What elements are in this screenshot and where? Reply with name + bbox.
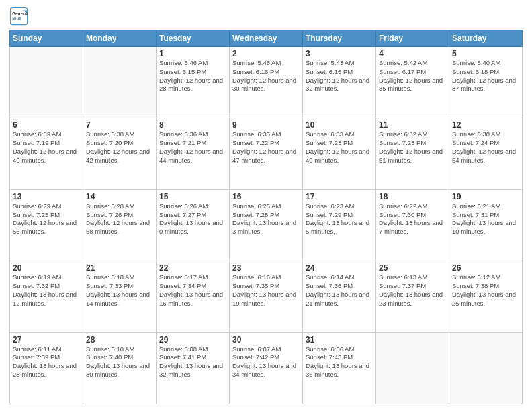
day-number: 13	[13, 192, 80, 201]
calendar-cell: 10Sunrise: 6:33 AMSunset: 7:23 PMDayligh…	[303, 118, 376, 189]
calendar-cell: 1Sunrise: 5:46 AMSunset: 6:15 PMDaylight…	[157, 47, 230, 118]
day-info: Sunrise: 6:23 AMSunset: 7:29 PMDaylight:…	[306, 202, 373, 236]
day-number: 3	[306, 49, 373, 58]
day-info: Sunrise: 6:18 AMSunset: 7:33 PMDaylight:…	[86, 273, 153, 308]
day-number: 11	[379, 120, 446, 130]
day-info: Sunrise: 6:30 AMSunset: 7:24 PMDaylight:…	[452, 130, 519, 165]
day-info: Sunrise: 6:19 AMSunset: 7:32 PMDaylight:…	[13, 273, 80, 308]
day-number: 15	[159, 192, 226, 201]
calendar-cell: 15Sunrise: 6:26 AMSunset: 7:27 PMDayligh…	[157, 189, 230, 261]
calendar-cell: 30Sunrise: 6:07 AMSunset: 7:42 PMDayligh…	[230, 332, 303, 404]
day-number: 21	[86, 263, 153, 273]
day-number: 27	[13, 335, 80, 345]
day-info: Sunrise: 5:40 AMSunset: 6:18 PMDaylight:…	[452, 59, 519, 93]
day-number: 12	[452, 120, 519, 130]
day-number: 30	[232, 335, 300, 345]
calendar-week-5: 27Sunrise: 6:11 AMSunset: 7:39 PMDayligh…	[10, 332, 523, 404]
day-info: Sunrise: 5:46 AMSunset: 6:15 PMDaylight:…	[159, 59, 226, 93]
day-info: Sunrise: 5:43 AMSunset: 6:16 PMDaylight:…	[306, 59, 373, 93]
day-number: 10	[306, 120, 373, 130]
calendar-cell: 24Sunrise: 6:14 AMSunset: 7:36 PMDayligh…	[303, 261, 376, 332]
svg-text:Blue: Blue	[12, 16, 21, 21]
day-info: Sunrise: 6:12 AMSunset: 7:38 PMDaylight:…	[452, 273, 519, 308]
page: General Blue SundayMondayTuesdayWednesda…	[0, 0, 532, 411]
calendar-cell: 8Sunrise: 6:36 AMSunset: 7:21 PMDaylight…	[157, 118, 230, 189]
calendar-cell	[376, 332, 449, 404]
calendar-cell: 22Sunrise: 6:17 AMSunset: 7:34 PMDayligh…	[157, 261, 230, 332]
day-number: 7	[86, 120, 153, 130]
day-number: 24	[306, 263, 373, 273]
day-number: 1	[159, 49, 226, 58]
calendar-week-2: 6Sunrise: 6:39 AMSunset: 7:19 PMDaylight…	[10, 118, 523, 189]
day-number: 19	[452, 192, 519, 201]
calendar-cell	[449, 332, 523, 404]
day-number: 8	[159, 120, 226, 130]
day-number: 4	[379, 49, 446, 58]
calendar-cell: 17Sunrise: 6:23 AMSunset: 7:29 PMDayligh…	[303, 189, 376, 261]
day-info: Sunrise: 6:26 AMSunset: 7:27 PMDaylight:…	[159, 202, 226, 236]
header: General Blue	[9, 7, 523, 26]
day-number: 29	[159, 335, 226, 345]
day-info: Sunrise: 6:35 AMSunset: 7:22 PMDaylight:…	[232, 130, 300, 165]
day-number: 9	[232, 120, 300, 130]
day-number: 20	[13, 263, 80, 273]
calendar-cell: 13Sunrise: 6:29 AMSunset: 7:25 PMDayligh…	[10, 189, 83, 261]
calendar-cell: 9Sunrise: 6:35 AMSunset: 7:22 PMDaylight…	[230, 118, 303, 189]
day-info: Sunrise: 6:22 AMSunset: 7:30 PMDaylight:…	[379, 202, 446, 236]
day-info: Sunrise: 5:45 AMSunset: 6:16 PMDaylight:…	[232, 59, 300, 93]
calendar-cell: 25Sunrise: 6:13 AMSunset: 7:37 PMDayligh…	[376, 261, 449, 332]
day-info: Sunrise: 6:13 AMSunset: 7:37 PMDaylight:…	[379, 273, 446, 308]
day-info: Sunrise: 5:42 AMSunset: 6:17 PMDaylight:…	[379, 59, 446, 93]
day-number: 2	[232, 49, 300, 58]
calendar-header-saturday: Saturday	[449, 30, 523, 47]
calendar-header-thursday: Thursday	[303, 30, 376, 47]
day-number: 16	[232, 192, 300, 201]
calendar-header-row: SundayMondayTuesdayWednesdayThursdayFrid…	[10, 30, 523, 47]
day-number: 28	[86, 335, 153, 345]
calendar-header-wednesday: Wednesday	[230, 30, 303, 47]
calendar-cell: 21Sunrise: 6:18 AMSunset: 7:33 PMDayligh…	[83, 261, 157, 332]
logo-icon: General Blue	[9, 7, 28, 26]
calendar-header-monday: Monday	[83, 30, 157, 47]
day-number: 26	[452, 263, 519, 273]
day-info: Sunrise: 6:07 AMSunset: 7:42 PMDaylight:…	[232, 345, 300, 379]
calendar-header-tuesday: Tuesday	[157, 30, 230, 47]
day-number: 25	[379, 263, 446, 273]
day-number: 23	[232, 263, 300, 273]
day-info: Sunrise: 6:21 AMSunset: 7:31 PMDaylight:…	[452, 202, 519, 236]
calendar-cell: 6Sunrise: 6:39 AMSunset: 7:19 PMDaylight…	[10, 118, 83, 189]
day-info: Sunrise: 6:29 AMSunset: 7:25 PMDaylight:…	[13, 202, 80, 236]
day-info: Sunrise: 6:38 AMSunset: 7:20 PMDaylight:…	[86, 130, 153, 165]
day-number: 18	[379, 192, 446, 201]
calendar-cell: 5Sunrise: 5:40 AMSunset: 6:18 PMDaylight…	[449, 47, 523, 118]
calendar-cell: 7Sunrise: 6:38 AMSunset: 7:20 PMDaylight…	[83, 118, 157, 189]
calendar-cell: 16Sunrise: 6:25 AMSunset: 7:28 PMDayligh…	[230, 189, 303, 261]
calendar-cell: 4Sunrise: 5:42 AMSunset: 6:17 PMDaylight…	[376, 47, 449, 118]
calendar-cell: 3Sunrise: 5:43 AMSunset: 6:16 PMDaylight…	[303, 47, 376, 118]
day-info: Sunrise: 6:36 AMSunset: 7:21 PMDaylight:…	[159, 130, 226, 165]
calendar-cell: 14Sunrise: 6:28 AMSunset: 7:26 PMDayligh…	[83, 189, 157, 261]
calendar-cell: 27Sunrise: 6:11 AMSunset: 7:39 PMDayligh…	[10, 332, 83, 404]
day-info: Sunrise: 6:39 AMSunset: 7:19 PMDaylight:…	[13, 130, 80, 165]
calendar-cell	[83, 47, 157, 118]
calendar-week-3: 13Sunrise: 6:29 AMSunset: 7:25 PMDayligh…	[10, 189, 523, 261]
day-number: 17	[306, 192, 373, 201]
day-info: Sunrise: 6:16 AMSunset: 7:35 PMDaylight:…	[232, 273, 300, 308]
calendar-cell: 31Sunrise: 6:06 AMSunset: 7:43 PMDayligh…	[303, 332, 376, 404]
logo: General Blue	[9, 7, 28, 26]
day-info: Sunrise: 6:14 AMSunset: 7:36 PMDaylight:…	[306, 273, 373, 308]
day-number: 22	[159, 263, 226, 273]
calendar-cell: 28Sunrise: 6:10 AMSunset: 7:40 PMDayligh…	[83, 332, 157, 404]
day-info: Sunrise: 6:06 AMSunset: 7:43 PMDaylight:…	[306, 345, 373, 379]
day-number: 14	[86, 192, 153, 201]
day-info: Sunrise: 6:28 AMSunset: 7:26 PMDaylight:…	[86, 202, 153, 236]
day-info: Sunrise: 6:11 AMSunset: 7:39 PMDaylight:…	[13, 345, 80, 379]
calendar-cell: 11Sunrise: 6:32 AMSunset: 7:23 PMDayligh…	[376, 118, 449, 189]
calendar-header-friday: Friday	[376, 30, 449, 47]
calendar-cell: 29Sunrise: 6:08 AMSunset: 7:41 PMDayligh…	[157, 332, 230, 404]
calendar-cell: 19Sunrise: 6:21 AMSunset: 7:31 PMDayligh…	[449, 189, 523, 261]
day-number: 6	[13, 120, 80, 130]
day-number: 31	[306, 335, 373, 345]
calendar-week-4: 20Sunrise: 6:19 AMSunset: 7:32 PMDayligh…	[10, 261, 523, 332]
calendar-cell: 12Sunrise: 6:30 AMSunset: 7:24 PMDayligh…	[449, 118, 523, 189]
